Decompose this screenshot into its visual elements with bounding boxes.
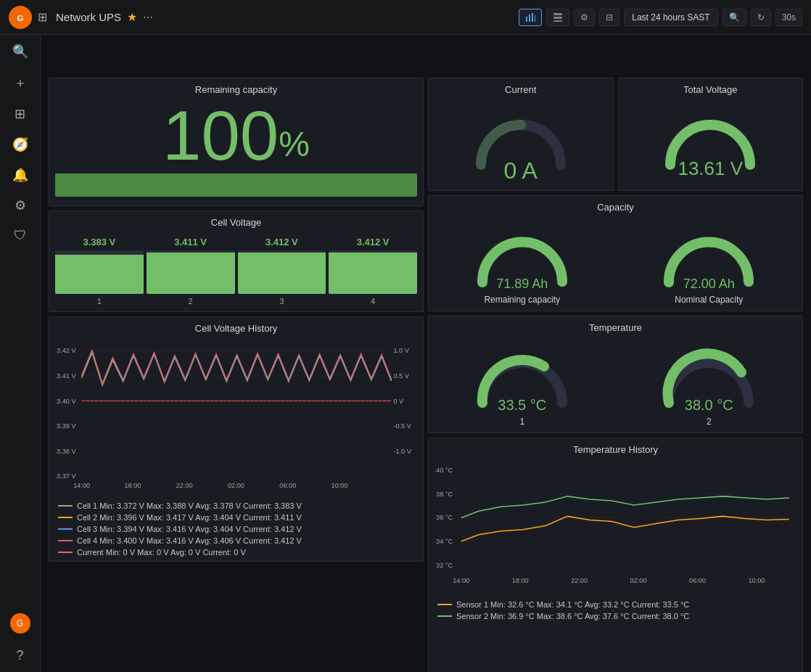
sidebar-plugin-icon[interactable]: G bbox=[10, 613, 30, 634]
remaining-capacity-panel: Remaining capacity 100% bbox=[49, 78, 424, 206]
star-icon[interactable]: ★ bbox=[127, 10, 137, 24]
current-title: Current bbox=[429, 78, 613, 101]
svg-rect-6 bbox=[553, 13, 562, 15]
cell-voltage-legend: Cell 1 Min: 3.372 V Max: 3.388 V Avg: 3.… bbox=[49, 497, 423, 561]
svg-text:14:00: 14:00 bbox=[453, 577, 469, 584]
nominal-capacity-gauge: 72.00 Ah Nominal Capacity bbox=[616, 218, 803, 311]
cell-2-value: 3.411 V bbox=[174, 237, 207, 247]
svg-text:06:00: 06:00 bbox=[279, 482, 296, 489]
svg-text:32 °C: 32 °C bbox=[436, 562, 453, 569]
svg-text:-0.5 V: -0.5 V bbox=[393, 422, 411, 430]
cell-item-1: 3.383 V 1 bbox=[55, 237, 144, 306]
sidebar-help-icon[interactable]: ? bbox=[16, 648, 23, 663]
temperature-history-chart: 40 °C 38 °C 36 °C 34 °C 32 °C bbox=[435, 461, 796, 594]
progress-bar-fill bbox=[55, 173, 417, 197]
sidebar-shield-icon[interactable]: 🛡 bbox=[14, 228, 27, 243]
sidebar-explore-icon[interactable]: 🧭 bbox=[12, 136, 28, 152]
cell-3-value: 3.412 V bbox=[265, 237, 298, 247]
temp-sensor2-value: 38.0 °C bbox=[685, 397, 733, 414]
remaining-capacity-gauge-label: Remaining capacity bbox=[484, 295, 560, 305]
cell-4-label: 4 bbox=[371, 297, 375, 306]
svg-text:3.41 V: 3.41 V bbox=[57, 372, 76, 380]
capacity-panel: Capacity 71.89 Ah Remaining capacity bbox=[428, 195, 803, 311]
svg-text:1.0 V: 1.0 V bbox=[393, 347, 409, 354]
temp-sensor2-gauge: 38.0 °C 2 bbox=[616, 339, 803, 433]
cell-voltage-panel: Cell Voltage 3.383 V 1 3.411 V 2 3.412 V… bbox=[49, 210, 424, 312]
legend-sensor2-text: Sensor 2 Min: 36.9 °C Max: 38.6 °C Avg: … bbox=[456, 612, 689, 620]
cell-4-value: 3.412 V bbox=[357, 237, 390, 247]
cell-voltage-title: Cell Voltage bbox=[49, 211, 423, 234]
refresh-button[interactable]: ↻ bbox=[751, 9, 771, 26]
share-icon[interactable]: ⋯ bbox=[143, 12, 153, 23]
capacity-title: Capacity bbox=[429, 196, 802, 218]
monitor-button[interactable]: ⊟ bbox=[599, 9, 619, 26]
temperature-history-title: Temperature History bbox=[429, 438, 802, 461]
svg-rect-5 bbox=[535, 15, 535, 22]
cell-item-2: 3.411 V 2 bbox=[147, 237, 235, 306]
time-range-button[interactable]: Last 24 hours SAST bbox=[624, 9, 717, 26]
svg-text:22:00: 22:00 bbox=[176, 482, 193, 489]
legend-cell3: Cell 3 Min: 3.394 V Max: 3.416 V Avg: 3.… bbox=[58, 523, 414, 535]
cell-voltage-history-title: Cell Voltage History bbox=[49, 317, 423, 340]
svg-text:40 °C: 40 °C bbox=[436, 467, 453, 474]
sidebar-bottom: G ? bbox=[10, 613, 30, 663]
svg-text:34 °C: 34 °C bbox=[436, 538, 453, 545]
nominal-capacity-gauge-label: Nominal Capacity bbox=[675, 295, 743, 305]
current-gauge-container: 0 A bbox=[429, 101, 613, 190]
legend-cell2: Cell 2 Min: 3.396 V Max: 3.417 V Avg: 3.… bbox=[58, 512, 414, 523]
legend-cell3-text: Cell 3 Min: 3.394 V Max: 3.416 V Avg: 3.… bbox=[77, 525, 302, 533]
temp-sensor1-gauge: 33.5 °C 1 bbox=[429, 339, 616, 433]
svg-text:0.5 V: 0.5 V bbox=[393, 372, 409, 380]
legend-sensor1: Sensor 1 Min: 32.6 °C Max: 34.1 °C Avg: … bbox=[437, 599, 794, 610]
svg-text:-1.0 V: -1.0 V bbox=[393, 448, 411, 455]
current-value: 0 A bbox=[504, 157, 538, 184]
svg-text:0 V: 0 V bbox=[393, 398, 404, 405]
cell-3-label: 3 bbox=[279, 297, 284, 306]
temperature-gauges: 33.5 °C 1 38.0 °C 2 bbox=[429, 339, 802, 433]
svg-text:3.38 V: 3.38 V bbox=[57, 448, 76, 455]
sidebar-add-icon[interactable]: ＋ bbox=[14, 74, 27, 91]
settings-button[interactable]: ⚙ bbox=[574, 9, 595, 26]
sidebar-search-icon[interactable]: 🔍 bbox=[12, 44, 28, 60]
svg-rect-3 bbox=[529, 15, 530, 22]
cell-voltage-chart: 3.42 V 3.41 V 3.40 V 3.39 V 3.38 V 3.37 … bbox=[55, 340, 417, 495]
legend-sensor2: Sensor 2 Min: 36.9 °C Max: 38.6 °C Avg: … bbox=[437, 610, 794, 622]
svg-rect-8 bbox=[553, 20, 562, 22]
cell-item-3: 3.412 V 3 bbox=[238, 237, 326, 306]
legend-current: Current Min: 0 V Max: 0 V Avg: 0 V Curre… bbox=[58, 546, 414, 558]
zoom-out-button[interactable]: 🔍 bbox=[723, 9, 746, 26]
page-title: Network UPS bbox=[56, 11, 121, 23]
svg-text:14:00: 14:00 bbox=[73, 482, 90, 489]
hamburger-icon[interactable]: ⊞ bbox=[38, 10, 47, 24]
topbar-controls: ⚙ ⊟ Last 24 hours SAST 🔍 ↻ 30s bbox=[519, 9, 802, 26]
svg-text:10:00: 10:00 bbox=[332, 482, 348, 489]
legend-cell4-text: Cell 4 Min: 3.400 V Max: 3.416 V Avg: 3.… bbox=[77, 536, 302, 545]
cell-voltage-chart-area: 3.42 V 3.41 V 3.40 V 3.39 V 3.38 V 3.37 … bbox=[49, 340, 423, 497]
total-voltage-gauge-container: 13.61 V bbox=[619, 101, 803, 186]
svg-text:18:00: 18:00 bbox=[512, 577, 529, 584]
cell-3-bar bbox=[238, 250, 326, 294]
svg-text:22:00: 22:00 bbox=[571, 577, 588, 584]
sidebar: 🔍 ＋ ⊞ 🧭 🔔 ⚙ 🛡 G ? bbox=[0, 35, 41, 672]
cell-grid: 3.383 V 1 3.411 V 2 3.412 V 3 3.412 V bbox=[49, 234, 423, 311]
topbar: G ⊞ Network UPS ★ ⋯ ⚙ ⊟ Last 24 hours SA… bbox=[0, 0, 811, 35]
sidebar-alerting-icon[interactable]: 🔔 bbox=[12, 167, 28, 183]
main-content: Remaining capacity 100% Cell Voltage 3.3… bbox=[41, 70, 811, 672]
temperature-title: Temperature bbox=[429, 316, 802, 339]
svg-rect-4 bbox=[532, 13, 533, 22]
svg-text:10:00: 10:00 bbox=[749, 577, 765, 584]
legend-cell1: Cell 1 Min: 3.372 V Max: 3.388 V Avg: 3.… bbox=[58, 500, 414, 512]
app-logo[interactable]: G bbox=[9, 6, 32, 29]
total-voltage-panel: Total Voltage 13.61 V bbox=[618, 78, 804, 191]
refresh-interval-button[interactable]: 30s bbox=[775, 9, 802, 26]
remaining-capacity-gauge-value: 71.89 Ah bbox=[496, 276, 548, 292]
chart-view-button[interactable] bbox=[519, 9, 542, 26]
cell-item-4: 3.412 V 4 bbox=[329, 237, 417, 306]
svg-text:3.39 V: 3.39 V bbox=[57, 422, 76, 430]
cell-1-label: 1 bbox=[97, 297, 102, 306]
sidebar-dashboard-icon[interactable]: ⊞ bbox=[15, 106, 25, 122]
sidebar-settings-icon[interactable]: ⚙ bbox=[15, 197, 26, 213]
progress-bar bbox=[55, 173, 417, 197]
cell-1-bar bbox=[55, 250, 144, 294]
table-view-button[interactable] bbox=[546, 9, 569, 26]
